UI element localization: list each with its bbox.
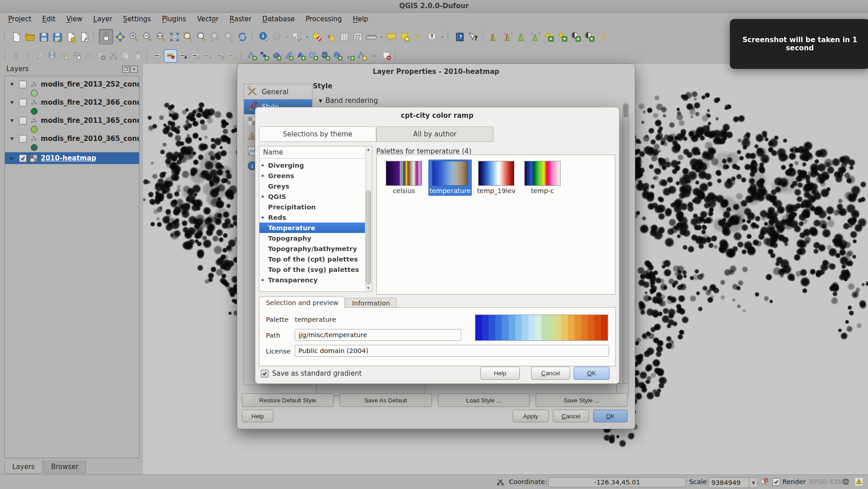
pan-map-icon[interactable] [99, 29, 113, 44]
tree-scrollbar[interactable]: ▲ ▼ [365, 147, 371, 291]
tree-item-top-of-the-cpt-palettes[interactable]: Top of the (cpt) palettes [259, 254, 365, 264]
palette-temperature[interactable]: temperature [428, 160, 472, 196]
expand-triangle-icon[interactable]: ▼ [10, 118, 16, 123]
add-spatialite-layer-icon[interactable] [283, 50, 295, 62]
map-tips-icon[interactable] [384, 29, 398, 44]
properties-scrollbar[interactable] [623, 102, 629, 391]
panel-float-icon[interactable]: ❐ [122, 66, 129, 73]
log-messages-icon[interactable] [854, 477, 864, 488]
local-cumulative-cut-icon[interactable] [515, 29, 528, 44]
tree-item-diverging[interactable]: ▶Diverging [259, 160, 365, 170]
select-dropdown[interactable] [304, 29, 310, 44]
path-input[interactable] [295, 329, 461, 341]
full-histogram-stretch-icon[interactable] [501, 29, 515, 44]
expand-triangle-icon[interactable]: ▼ [10, 82, 16, 87]
save-style-button[interactable]: Save Style ... [536, 393, 628, 407]
layer-visibility-checkbox[interactable] [19, 99, 27, 107]
new-bookmark-icon[interactable] [398, 29, 412, 44]
layer-visibility-checkbox[interactable] [19, 81, 27, 88]
cut-features-icon[interactable] [107, 50, 120, 62]
save-layer-edits-icon[interactable] [46, 50, 58, 62]
crs-status-icon[interactable] [841, 477, 850, 488]
layer-item[interactable]: ▼modis_fire_2013_252_conus [5, 80, 139, 98]
add-mssql-layer-icon[interactable] [295, 50, 307, 62]
tree-item-reds[interactable]: ▶Reds [259, 212, 365, 223]
menu-view[interactable]: View [61, 14, 88, 24]
measure-icon[interactable] [364, 29, 378, 44]
toolbar-grip[interactable] [251, 32, 254, 42]
symbol-swatch[interactable] [31, 126, 38, 133]
menu-settings[interactable]: Settings [118, 14, 157, 24]
decrease-brightness-icon[interactable] [556, 29, 569, 44]
zoom-in-icon[interactable] [127, 29, 140, 44]
add-delimited-text-icon[interactable]: , [344, 50, 356, 62]
ramp-tab-all-by-author[interactable]: All by author [376, 126, 494, 142]
menu-processing[interactable]: Processing [300, 14, 347, 24]
run-feature-action-icon[interactable] [270, 29, 284, 44]
add-postgis-layer-icon[interactable] [270, 50, 283, 62]
add-feature-icon[interactable] [58, 50, 71, 62]
label-properties-icon[interactable]: abc [226, 50, 238, 62]
menu-project[interactable]: Project [3, 14, 37, 24]
zoom-last-icon[interactable] [208, 29, 222, 44]
toolbar-grip[interactable] [146, 51, 149, 61]
zoom-to-layer-icon[interactable] [195, 29, 208, 44]
label-rotate-icon[interactable]: abc [214, 50, 226, 62]
layer-item[interactable]: ▶2010-heatmap [5, 152, 139, 164]
local-histogram-stretch-icon[interactable] [488, 29, 501, 44]
whats-this-icon[interactable]: ? [466, 29, 480, 44]
pan-to-selection-icon[interactable] [113, 29, 127, 44]
label-show-hide-icon[interactable]: abc [189, 50, 201, 62]
field-calculator-icon[interactable] [351, 29, 364, 44]
tree-item-topography[interactable]: Topography [259, 233, 365, 243]
restore-default-style-button[interactable]: Restore Default Style [242, 393, 334, 407]
decrease-contrast-icon[interactable] [583, 29, 596, 44]
load-style-button[interactable]: Load Style ... [438, 393, 530, 407]
toolbar-grip[interactable] [4, 51, 7, 61]
preview-tab-selection-and-preview[interactable]: Selection and preview [259, 296, 345, 309]
current-edits-dropdown[interactable] [22, 50, 34, 62]
identify-features-icon[interactable]: i [257, 29, 270, 44]
cancel-button[interactable]: Cancel [553, 410, 589, 422]
menu-layer[interactable]: Layer [88, 14, 118, 24]
tree-item-transparency[interactable]: ▶Transparency [259, 275, 365, 285]
ramp-tab-selections-by-theme[interactable]: Selections by theme [259, 126, 376, 142]
text-annotation-icon[interactable]: T [425, 29, 439, 44]
help-button[interactable]: Help [242, 410, 273, 422]
tree-header[interactable]: Name [259, 146, 372, 159]
license-input[interactable] [295, 345, 609, 357]
select-features-icon[interactable] [290, 29, 304, 44]
tree-item-top-of-the-svg-palettes[interactable]: Top of the (svg) palettes [259, 264, 365, 275]
add-wfs-layer-icon[interactable] [331, 50, 344, 62]
feature-action-dropdown[interactable] [284, 29, 290, 44]
copy-features-icon[interactable] [120, 50, 132, 62]
label-pin-icon[interactable]: abc [177, 50, 189, 62]
annotation-dropdown[interactable] [439, 29, 445, 44]
toolbar-grip[interactable] [240, 51, 244, 61]
save-gradient-checkbox[interactable] [261, 370, 269, 378]
chevron-down-icon[interactable]: ▼ [749, 478, 758, 488]
remove-layer-icon[interactable] [380, 50, 393, 62]
refresh-map-icon[interactable] [235, 29, 249, 44]
composer-manager-icon[interactable] [77, 29, 91, 44]
menu-edit[interactable]: Edit [37, 14, 61, 24]
expand-triangle-icon[interactable]: ▼ [10, 100, 16, 105]
move-feature-icon[interactable] [71, 50, 83, 62]
save-as-default-button[interactable]: Save As Default [340, 393, 432, 407]
layer-visibility-checkbox[interactable] [19, 135, 27, 143]
toolbar-grip[interactable] [93, 32, 96, 42]
symbol-swatch[interactable] [31, 144, 38, 151]
coordinate-input[interactable] [548, 477, 686, 487]
palette-temp-19lev[interactable]: temp_19lev [475, 160, 518, 196]
new-project-icon[interactable] [10, 29, 23, 44]
layer-visibility-checkbox[interactable] [19, 117, 27, 125]
add-raster-layer-icon[interactable] [258, 50, 270, 62]
cancel-button[interactable]: Cancel [531, 367, 570, 380]
toolbar-grip[interactable] [395, 51, 398, 61]
help-button[interactable]: Help [480, 367, 520, 380]
tree-item-greys[interactable]: Greys [259, 181, 365, 191]
tree-item-precipitation[interactable]: Precipitation [259, 202, 365, 212]
paste-features-icon[interactable] [132, 50, 144, 62]
add-wcs-layer-icon[interactable] [319, 50, 331, 62]
increase-contrast-icon[interactable] [569, 29, 583, 44]
